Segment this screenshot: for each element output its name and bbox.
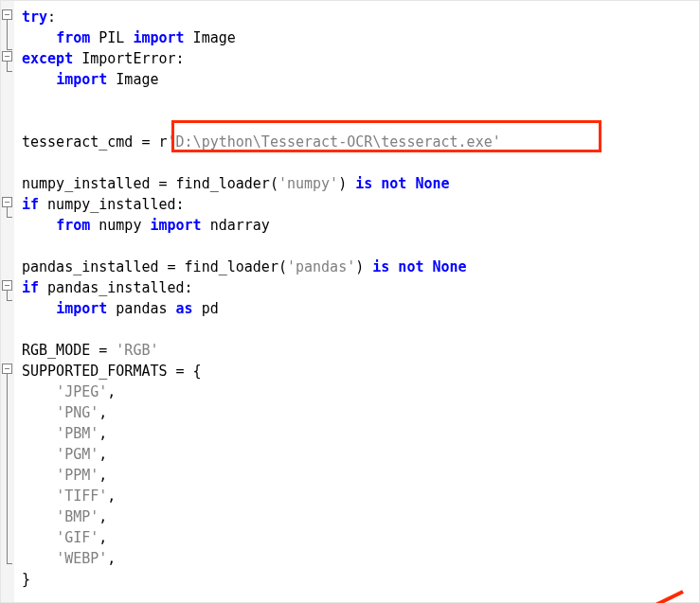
fmt-ppm: 'PPM' bbox=[56, 467, 99, 484]
kw-from: from bbox=[56, 217, 90, 234]
kw-import: import bbox=[150, 217, 201, 234]
fold-cap bbox=[7, 300, 12, 301]
var-supported-formats: SUPPORTED_FORMATS bbox=[22, 363, 176, 380]
fold-line bbox=[7, 291, 8, 300]
fold-gutter bbox=[1, 1, 14, 602]
fold-line bbox=[7, 20, 8, 50]
callout-arrow-icon bbox=[1, 590, 700, 603]
fmt-pgm: 'PGM' bbox=[56, 446, 99, 463]
fmt-bmp: 'BMP' bbox=[56, 508, 99, 525]
kw-try: try bbox=[22, 9, 47, 26]
var-rgb-mode: RGB_MODE bbox=[22, 342, 99, 359]
close-brace: } bbox=[22, 571, 30, 588]
fold-line bbox=[7, 62, 8, 71]
fmt-jpeg: 'JPEG' bbox=[56, 383, 107, 400]
kw-if: if bbox=[22, 196, 39, 213]
kw-from: from bbox=[56, 29, 90, 46]
kw-import: import bbox=[56, 71, 107, 88]
kw-import: import bbox=[56, 300, 107, 317]
fold-cap bbox=[7, 563, 12, 564]
fold-cap bbox=[7, 217, 12, 218]
kw-import: import bbox=[133, 29, 184, 46]
var-tesseract-cmd: tesseract_cmd bbox=[22, 133, 141, 151]
var-pandas-installed: pandas_installed bbox=[22, 258, 168, 275]
fmt-pbm: 'PBM' bbox=[56, 425, 99, 442]
kw-if: if bbox=[22, 279, 39, 296]
code-block: try: from PIL import Image except Import… bbox=[1, 1, 699, 590]
fmt-tiff: 'TIFF' bbox=[56, 488, 107, 505]
kw-is-not-none: is not None bbox=[372, 258, 466, 275]
fmt-webp: 'WEBP' bbox=[56, 550, 107, 567]
kw-except: except bbox=[22, 50, 73, 67]
fold-toggle[interactable] bbox=[2, 9, 12, 20]
highlight-box bbox=[171, 120, 601, 152]
var-numpy-installed: numpy_installed bbox=[22, 175, 159, 192]
fold-cap bbox=[7, 49, 12, 50]
fold-line bbox=[7, 207, 8, 217]
kw-as: as bbox=[176, 300, 193, 317]
fold-line bbox=[7, 374, 8, 563]
fmt-gif: 'GIF' bbox=[56, 529, 99, 546]
fold-cap bbox=[7, 71, 12, 72]
code-editor-view: try: from PIL import Image except Import… bbox=[0, 0, 700, 603]
fold-toggle[interactable] bbox=[2, 364, 12, 374]
kw-is-not-none: is not None bbox=[355, 175, 449, 192]
fold-toggle[interactable] bbox=[2, 51, 12, 62]
fold-toggle[interactable] bbox=[2, 280, 12, 291]
fmt-png: 'PNG' bbox=[56, 404, 99, 421]
svg-line-0 bbox=[435, 592, 683, 603]
fold-toggle[interactable] bbox=[2, 197, 12, 207]
